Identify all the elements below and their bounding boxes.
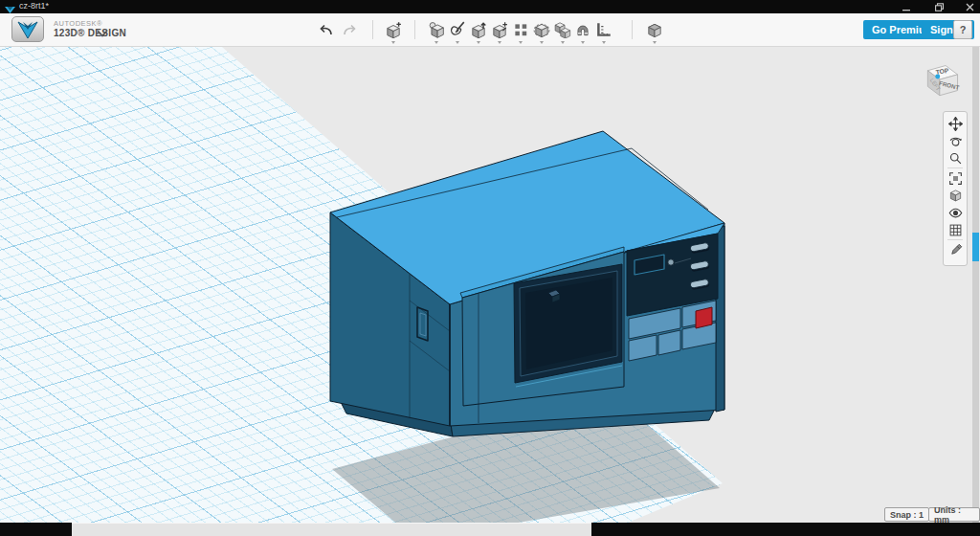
taskbar-window-button[interactable] xyxy=(72,523,591,536)
brand-123d-design: 123D® DESIGN xyxy=(54,28,126,38)
measure-icon[interactable] xyxy=(593,19,614,40)
undo-button[interactable] xyxy=(315,19,336,40)
taskbar xyxy=(0,523,980,536)
model-button xyxy=(658,330,680,355)
close-icon[interactable] xyxy=(959,0,980,13)
visibility-icon[interactable] xyxy=(946,204,965,221)
app-menu-button[interactable] xyxy=(11,16,44,42)
model-panel-knob xyxy=(668,259,674,265)
help-button[interactable]: ? xyxy=(953,20,972,39)
redo-button[interactable] xyxy=(340,19,361,40)
pan-icon[interactable] xyxy=(946,115,965,132)
toolbar-separator xyxy=(372,20,373,39)
main-toolbar: AUTODESK® 123D® DESIGN xyxy=(0,13,980,47)
model-red-button xyxy=(696,307,712,328)
insert-primitive-icon[interactable] xyxy=(383,19,404,40)
grouping-icon[interactable] xyxy=(531,19,552,40)
viewcube-home-dot xyxy=(935,74,940,78)
pattern-icon[interactable] xyxy=(510,19,531,40)
app-window: cz-8rt1* AUTODESK® 123D® DESIGN xyxy=(0,0,980,536)
model-pill-buttons xyxy=(690,242,710,290)
orbit-icon[interactable] xyxy=(946,132,965,149)
material-icon[interactable] xyxy=(644,19,665,40)
viewport[interactable]: TOP FRONT LEFT xyxy=(0,47,980,523)
window-title: cz-8rt1* xyxy=(19,1,49,11)
model-3d-microwave[interactable] xyxy=(0,0,980,536)
nav-separator xyxy=(947,239,963,240)
combine-icon[interactable] xyxy=(552,19,573,40)
nav-separator xyxy=(947,168,963,168)
modify-icon[interactable] xyxy=(489,19,510,40)
window-titlebar: cz-8rt1* xyxy=(0,0,980,13)
toolbar-separator xyxy=(414,20,415,39)
sketch-icon[interactable] xyxy=(447,19,468,40)
units-indicator[interactable]: Units : mm xyxy=(928,507,980,522)
snap-icon[interactable] xyxy=(572,19,593,40)
view-cube[interactable]: TOP FRONT LEFT xyxy=(921,53,967,106)
scrollbar-thumb[interactable] xyxy=(972,233,979,261)
snap-indicator[interactable]: Snap : 1 xyxy=(884,507,929,522)
zoom-icon[interactable] xyxy=(946,149,965,167)
construct-icon[interactable] xyxy=(468,19,489,40)
material-paint-icon[interactable] xyxy=(946,241,965,258)
navigation-toolbar xyxy=(943,111,968,266)
right-scrollbar[interactable] xyxy=(972,47,979,523)
toolbar-separator xyxy=(632,20,633,39)
shaded-view-icon[interactable] xyxy=(946,187,965,204)
grid-settings-icon[interactable] xyxy=(946,221,965,238)
minimize-button[interactable] xyxy=(896,0,917,13)
primitives-icon[interactable] xyxy=(426,19,447,40)
fit-view-icon[interactable] xyxy=(946,169,965,187)
chevron-down-icon[interactable] xyxy=(96,25,109,42)
restore-button[interactable] xyxy=(929,0,950,13)
